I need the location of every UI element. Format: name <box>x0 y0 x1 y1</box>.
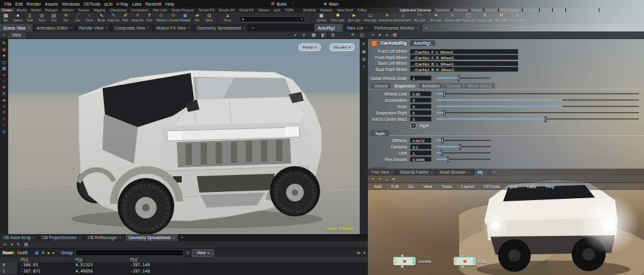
lighting-selector-pill[interactable]: No cam ▾ <box>330 43 355 51</box>
slider[interactable] <box>436 106 639 107</box>
shelf-tool-button[interactable]: ◖ Dome Light <box>509 13 526 22</box>
pane-tab[interactable]: AutoRig1 × <box>314 24 343 31</box>
shelf-tool-button[interactable]: ▤ Grid <box>48 13 60 22</box>
menu-item[interactable]: Edit <box>13 2 25 6</box>
shelf-tab[interactable]: Constraints <box>129 8 151 12</box>
node-output-connector[interactable] <box>461 265 464 268</box>
column-header[interactable]: P[x] <box>18 257 72 262</box>
shelf-tool-button[interactable]: ☀ Directional Light <box>379 13 395 22</box>
viewport-tool-icon[interactable]: ▦ <box>310 33 317 38</box>
shelf-tab[interactable]: Modify <box>15 8 30 12</box>
shelf-tool-button[interactable]: ► Spot Light <box>346 13 362 22</box>
jiggle-section-header[interactable]: Jiggle <box>368 130 644 136</box>
column-header[interactable]: P[y] <box>72 257 127 262</box>
network-menu-item[interactable]: Layout <box>459 184 475 189</box>
pane-tab[interactable]: Animation Editor × <box>33 24 75 31</box>
shelf-tool-button[interactable]: ✺ Sun Light <box>493 13 509 22</box>
shelf-tab[interactable]: Grains <box>470 8 484 12</box>
value-field[interactable]: 0.85 <box>410 91 431 96</box>
shelf-tab[interactable]: Guide Process <box>169 8 196 12</box>
attribute-filter-icon[interactable]: ● <box>52 250 55 255</box>
pane-tab[interactable]: OB ProjectSelector × <box>39 234 85 241</box>
shelf-tool-button[interactable]: ▣ Camera <box>313 13 330 22</box>
network-menu-item[interactable]: Add <box>372 184 384 189</box>
op-path-field[interactable]: ../Car/Not_F_R_Wheel1 <box>410 55 518 60</box>
viewport-side-tool-icon[interactable]: ✦ <box>3 53 6 58</box>
close-icon[interactable]: × <box>243 26 246 30</box>
close-icon[interactable]: × <box>33 236 35 240</box>
node-flag-left[interactable] <box>455 258 457 264</box>
pane-tab[interactable]: OB RefManager × <box>84 234 125 241</box>
close-icon[interactable]: × <box>337 26 340 30</box>
shelf-tab[interactable]: Cameras <box>433 8 452 12</box>
slider[interactable] <box>436 118 639 120</box>
shelf-tool-button[interactable]: ● Sphere <box>12 13 24 22</box>
table-row[interactable]: 0 -166.93 4.51323 -197.148 <box>0 262 368 269</box>
folder-tab[interactable]: Camera <box>443 83 464 89</box>
viewport-tool-icon[interactable]: ⌖ <box>293 33 298 38</box>
slider[interactable] <box>436 159 491 160</box>
slider-handle[interactable] <box>459 144 461 150</box>
folder-tab[interactable]: Animation <box>419 83 443 89</box>
pane-tab[interactable]: Take List × <box>343 24 371 31</box>
close-icon[interactable]: × <box>188 26 191 30</box>
shelf-tool-button[interactable]: T Font <box>143 13 155 22</box>
node-output-connector[interactable] <box>401 265 404 268</box>
pane-tab[interactable]: Geometry Spreadsheet × <box>125 234 179 241</box>
pane-menu-icon[interactable]: ≡ <box>3 33 5 37</box>
value-field[interactable]: 0 <box>410 110 431 115</box>
shelf-tab[interactable]: Hair Utils <box>151 8 169 12</box>
display-option-icon[interactable]: ◍ <box>362 57 366 62</box>
shelf-tool-button[interactable]: ▢ Portal Light <box>460 13 477 22</box>
folder-tab[interactable]: Ground <box>371 83 391 89</box>
slider[interactable] <box>436 93 639 94</box>
pane-tab[interactable]: Scene View × <box>0 24 33 31</box>
parameter-nav-icon[interactable]: « <box>372 33 374 37</box>
menu-item[interactable]: Render <box>25 2 43 6</box>
pane-tab[interactable]: Geometry Spreadsheet × <box>194 24 250 31</box>
column-header[interactable]: P[z] <box>127 257 182 262</box>
shelf-tool-button[interactable]: ✛ Null <box>60 13 72 22</box>
node-car[interactable]: Car <box>453 257 486 266</box>
shelf-tool-button[interactable]: ☀ Distant Light <box>477 13 493 22</box>
attribute-filter-icon[interactable]: ● <box>47 250 50 255</box>
spreadsheet-tool-icon[interactable]: ▾ <box>11 242 13 247</box>
shelf-tool-button[interactable]: ▭ Area Light <box>362 13 379 22</box>
node-body[interactable] <box>393 257 416 266</box>
network-menu-item[interactable]: qLib <box>508 184 519 189</box>
shelf-tool-button[interactable]: ◍ Spiral <box>203 13 215 22</box>
pane-tab[interactable]: Material Palette × <box>397 169 436 176</box>
display-option-icon[interactable]: ▦ <box>362 49 365 54</box>
network-canvas[interactable]: curves Car <box>368 190 644 275</box>
close-icon[interactable]: × <box>147 26 150 30</box>
slider-handle[interactable] <box>443 110 445 116</box>
node-input-connector[interactable] <box>461 254 464 257</box>
shelf-tab[interactable]: Volume <box>256 8 272 12</box>
viewport-tool-icon[interactable]: ✛ <box>301 33 308 38</box>
close-icon[interactable]: × <box>365 26 368 30</box>
slider[interactable] <box>436 77 491 79</box>
shelf-tool-button[interactable]: ∿ Bezier <box>96 13 108 22</box>
funnel-icon[interactable]: ▽ <box>186 250 189 255</box>
shelf-tool-button[interactable]: ◉ Metaball <box>179 13 191 22</box>
shelf-tab[interactable]: Wires <box>553 8 566 12</box>
shelf-tool-button[interactable]: ▲ Proxy <box>219 13 236 22</box>
shelf-tool-button[interactable]: ✶ IES Light <box>428 13 444 22</box>
shelf-tab[interactable]: Texture <box>76 8 92 12</box>
pane-tab[interactable]: Render View × <box>76 24 111 31</box>
slider[interactable] <box>436 146 491 147</box>
network-menu-item[interactable]: Go <box>406 184 416 189</box>
scene-viewport[interactable]: Persp ▾ No cam ▾ Indie Edition <box>8 39 360 234</box>
close-icon[interactable]: × <box>28 26 30 30</box>
menu-item[interactable]: File <box>3 2 13 6</box>
shelf-tool-button[interactable]: ✳ Spray Paint <box>131 13 143 22</box>
close-icon[interactable]: × <box>105 26 108 30</box>
shelf-tool-button[interactable]: ◇ Platonic <box>155 13 167 22</box>
pane-tab[interactable]: Performance Monitor × <box>371 24 422 31</box>
pane-tab[interactable]: Tree View × <box>368 169 397 176</box>
display-option-icon[interactable]: ✛ <box>362 42 365 47</box>
shelf-tab[interactable]: New Shelf <box>335 8 355 12</box>
slider-handle[interactable] <box>545 116 547 122</box>
value-field[interactable]: 0.1 <box>410 144 431 149</box>
shelf-tool-button[interactable]: ✐ Path <box>119 13 131 22</box>
